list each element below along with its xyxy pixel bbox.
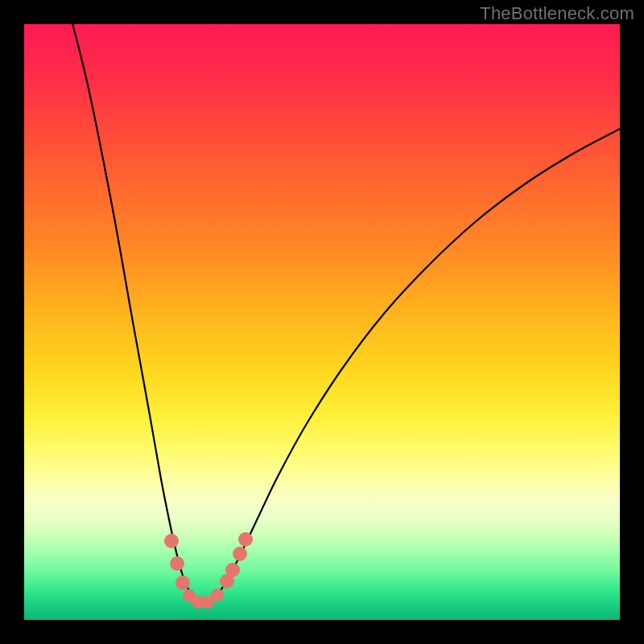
curve-markers — [164, 532, 253, 609]
curve-marker — [175, 576, 190, 590]
chart-svg — [24, 24, 620, 620]
curve-marker — [225, 563, 240, 577]
curve-marker — [164, 534, 179, 548]
curve-marker — [170, 556, 184, 571]
bottleneck-curve — [68, 24, 620, 603]
plot-area — [24, 24, 620, 620]
curve-marker — [211, 588, 224, 601]
curve-marker — [238, 532, 253, 547]
watermark-text: TheBottleneck.com — [480, 3, 634, 24]
curve-marker — [233, 547, 247, 561]
